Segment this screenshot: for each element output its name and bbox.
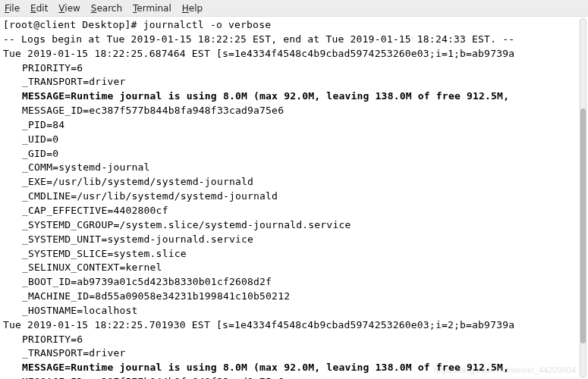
log-field: _BOOT_ID=ab9739a01c5d423b8330b01cf2608d2… — [3, 275, 574, 290]
log-field: _SYSTEMD_UNIT=systemd-journald.service — [3, 233, 574, 247]
log-field: _MACHINE_ID=8d55a09058e34231b199841c10b5… — [3, 290, 574, 304]
log-entry-timestamp: Tue 2019-01-15 18:22:25.687464 EST [s=1e… — [3, 48, 514, 59]
log-field: PRIORITY=6 — [3, 333, 574, 347]
terminal-output[interactable]: [root@client Desktop]# journalctl -o ver… — [0, 17, 577, 379]
log-field: _SELINUX_CONTEXT=kernel — [3, 261, 574, 275]
log-field: _TRANSPORT=driver — [3, 75, 574, 89]
menu-search[interactable]: Search — [91, 3, 122, 14]
log-field: _CAP_EFFECTIVE=4402800cf — [3, 204, 574, 218]
log-field: _SYSTEMD_CGROUP=/system.slice/systemd-jo… — [3, 218, 574, 233]
log-field: _HOSTNAME=localhost — [3, 304, 574, 318]
menu-bar: File Edit View Search Terminal Help — [0, 0, 588, 17]
menu-file[interactable]: File — [5, 3, 20, 14]
log-field: _PID=84 — [3, 118, 574, 133]
menu-view[interactable]: View — [58, 3, 80, 14]
watermark-text: https://blog.csdn.net/weixin_44209804 — [434, 365, 576, 374]
log-field: MESSAGE_ID=ec387f577b844b8fa948f33cad9a7… — [3, 375, 574, 379]
log-field: MESSAGE=Runtime journal is using 8.0M (m… — [3, 89, 574, 104]
log-field: _COMM=systemd-journal — [3, 161, 574, 175]
menu-terminal[interactable]: Terminal — [133, 3, 171, 14]
menu-edit[interactable]: Edit — [30, 3, 48, 14]
log-field: PRIORITY=6 — [3, 61, 574, 76]
log-field: _TRANSPORT=driver — [3, 346, 574, 361]
log-field: MESSAGE_ID=ec387f577b844b8fa948f33cad9a7… — [3, 104, 574, 118]
shell-prompt: [root@client Desktop]# — [3, 19, 143, 30]
log-field: _UID=0 — [3, 133, 574, 147]
log-field: _EXE=/usr/lib/systemd/systemd-journald — [3, 175, 574, 190]
scrollbar-thumb[interactable] — [580, 108, 586, 343]
log-field: _GID=0 — [3, 147, 574, 161]
log-field: _SYSTEMD_SLICE=system.slice — [3, 247, 574, 262]
command-text: journalctl -o verbose — [143, 19, 272, 30]
menu-help[interactable]: Help — [182, 3, 203, 14]
log-field: _CMDLINE=/usr/lib/systemd/systemd-journa… — [3, 190, 574, 204]
log-entry-timestamp: Tue 2019-01-15 18:22:25.701930 EST [s=1e… — [3, 319, 514, 330]
log-header: -- Logs begin at Tue 2019-01-15 18:22:25… — [3, 33, 514, 45]
scrollbar-vertical[interactable] — [580, 18, 586, 377]
